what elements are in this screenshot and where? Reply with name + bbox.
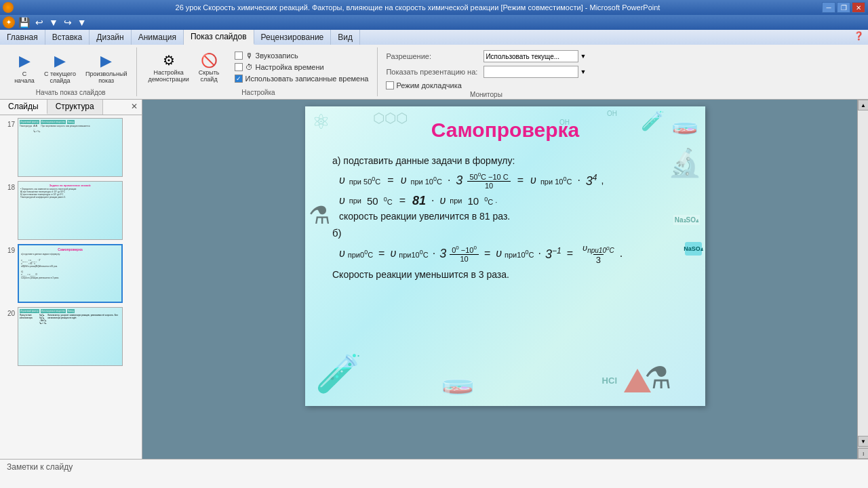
qa-more-btn[interactable]: ▼ [75,17,89,28]
scroll-up-btn[interactable]: ▲ [858,100,868,110]
btn-timing-setup[interactable]: ⏱ Настройка времени [231,62,372,73]
resolution-select[interactable] [484,50,578,62]
result-a: скорость реакции увеличится в 81 раз. [339,211,678,222]
show-on-label: Показать презентацию на: [386,68,481,76]
slide-preview-17[interactable]: Изучаемый фактор Используемые вещества В… [18,118,123,177]
undo-dropdown-btn[interactable]: ▼ [47,17,60,28]
save-quick-btn[interactable]: 💾 [16,17,32,28]
minimize-button[interactable]: ─ [822,2,835,13]
tab-home[interactable]: Главная [0,30,45,45]
use-timing-check: ✓ [236,75,241,82]
slide-content: ⚛ 🧪 🧫 ⚗ 🧪 🧫 ⚗ 🔬 ⬡⬡⬡ HCl [305,106,705,406]
btn-sound-record[interactable]: 🎙 Звукозапись [231,50,372,61]
formula-b-line1: υ при00C = υ при100C · 3 00 −100 10 = [339,243,678,266]
slide-preview-19[interactable]: Самопроверка а) подставить данные задачи… [18,244,123,303]
slide-num-20: 20 [3,310,15,317]
btn-from-start-label: Сначала [14,70,35,84]
group-start-label: Начать показ слайдов [11,89,131,96]
custom-show-icon: ▶ [100,52,112,70]
close-button[interactable]: ✕ [852,2,865,13]
btn-custom-show-label: Произвольныйпоказ [85,70,127,84]
use-timing-checkbox[interactable]: ✓ [235,75,243,83]
slide-thumb-17[interactable]: 17 Изучаемый фактор Используемые веществ… [3,118,139,177]
slides-panel-close[interactable]: ✕ [127,100,142,115]
quick-access-toolbar: ✦ 💾 ↩ ▼ ↪ ▼ [0,15,868,30]
formula-block-a: υ при 500C = υ при 100C · 3 500C −10 C 1… [339,171,678,222]
slide-num-17: 17 [3,121,15,128]
notes-area[interactable]: Заметки к слайду [0,459,868,488]
canvas-scrollbar: ▲ ▼ ↕ [857,100,868,459]
scroll-track[interactable] [858,110,868,436]
slide-preview-20[interactable]: Изучаемый фактор Используемые вещества В… [18,307,123,366]
restore-button[interactable]: ❐ [837,2,850,13]
timing-checkbox[interactable] [235,63,243,71]
btn-from-current[interactable]: ▶ С текущегослайда [41,50,79,86]
btn-hide-slide-label: Скрытьслайд [199,69,220,83]
slide-canvas[interactable]: ⚛ 🧪 🧫 ⚗ 🧪 🧫 ⚗ 🔬 ⬡⬡⬡ HCl [305,106,705,406]
setup-demo-icon: ⚙ [163,52,175,68]
tab-design[interactable]: Дизайн [90,30,131,45]
app-logo [3,2,14,13]
deco-flask-left: ⚗ [309,201,330,230]
slides-panel: Слайды Структура ✕ 17 Изучаемый фактор И… [0,100,142,459]
presenter-label: Режим докладчика [396,81,461,89]
scroll-fit-btn[interactable]: ↕ [858,448,868,459]
ribbon-help-btn[interactable]: ❓ [850,30,868,45]
tab-insert[interactable]: Вставка [45,30,90,45]
ribbon-tabs: Главная Вставка Дизайн Анимация Показ сл… [0,30,868,45]
ribbon-content: ▶ Сначала ▶ С текущегослайда ▶ Произволь… [0,45,868,99]
formula-a-line1: υ при 500C = υ при 100C · 3 500C −10 C 1… [339,171,678,190]
btn-from-start[interactable]: ▶ Сначала [11,50,38,86]
deco-triangle [624,369,651,392]
presenter-checkbox[interactable] [386,81,394,89]
part-b-section: б) υ при00C = υ при100C · 3 00 −100 [332,227,678,281]
ribbon-group-setup: ⚙ Настройкадемонстрации 🚫 Скрытьслайд 🎙 [140,47,378,96]
ribbon-group-start-show: ▶ Сначала ▶ С текущегослайда ▶ Произволь… [5,47,137,96]
deco-test-tubes: 🧫 [441,364,475,396]
canvas-area: ⚛ 🧪 🧫 ⚗ 🧪 🧫 ⚗ 🔬 ⬡⬡⬡ HCl [142,100,868,459]
resolution-label: Разрешение: [386,52,481,60]
result-b: Скорость реакции уменьшится в 3 раза. [332,269,678,280]
redo-btn[interactable]: ↪ [62,17,74,28]
formula-a-line2: υ при 50 0C = 81 · υ при 10 0C · [339,194,678,208]
tab-slideshow[interactable]: Показ слайдов [184,30,254,45]
resolution-dropdown[interactable]: ▼ [580,53,586,60]
slide-body: а) подставить данные задачи в формулу: υ… [332,155,678,280]
deco-oh1: OH [607,110,617,117]
deco-hcl: HCl [602,375,617,386]
slide-num-18: 18 [3,184,15,191]
sound-record-label: Звукозапись [256,52,298,60]
slide-thumb-20[interactable]: 20 Изучаемый фактор Используемые веществ… [3,307,139,366]
deco-label-naso4: NaSO₄ [685,242,702,256]
scroll-down-btn[interactable]: ▼ [858,436,868,447]
tab-view[interactable]: Вид [331,30,360,45]
from-current-icon: ▶ [54,52,66,70]
title-bar: 26 урок Скорость химических реакций. Фак… [0,0,868,15]
deco-flask-bottom-left: 🧪 [315,352,362,396]
tab-animation[interactable]: Анимация [132,30,184,45]
main-area: Слайды Структура ✕ 17 Изучаемый фактор И… [0,100,868,459]
slides-list: 17 Изучаемый фактор Используемые веществ… [0,115,142,459]
slide-thumb-18[interactable]: 18 Задачи на применение знаний: • Опреде… [3,181,139,240]
slide-title: Самопроверка [305,119,705,142]
btn-setup-demo[interactable]: ⚙ Настройкадемонстрации [145,50,193,85]
window-title: 26 урок Скорость химических реакций. Фак… [14,3,822,12]
presenter-mode-row[interactable]: Режим докладчика [386,81,586,89]
use-timing-label: Использовать записанные времена [245,75,369,83]
btn-setup-demo-label: Настройкадемонстрации [149,69,189,83]
office-btn[interactable]: ✦ [3,16,15,28]
group-monitors-label: Мониторы [386,91,586,98]
slide-thumb-19[interactable]: 19 Самопроверка а) подставить данные зад… [3,244,139,303]
sound-record-checkbox[interactable] [235,52,243,60]
show-on-dropdown[interactable]: ▼ [580,68,586,75]
btn-use-timing[interactable]: ✓ Использовать записанные времена [231,73,372,84]
show-on-input[interactable] [484,66,578,78]
undo-btn[interactable]: ↩ [33,17,45,28]
tab-slides[interactable]: Слайды [0,100,47,115]
tab-structure[interactable]: Структура [47,100,103,115]
tab-review[interactable]: Рецензирование [254,30,332,45]
btn-custom-show[interactable]: ▶ Произвольныйпоказ [82,50,131,86]
slide-preview-18[interactable]: Задачи на применение знаний: • Определит… [18,181,123,240]
notes-placeholder: Заметки к слайду [7,462,73,472]
btn-hide-slide[interactable]: 🚫 Скрытьслайд [195,50,223,85]
